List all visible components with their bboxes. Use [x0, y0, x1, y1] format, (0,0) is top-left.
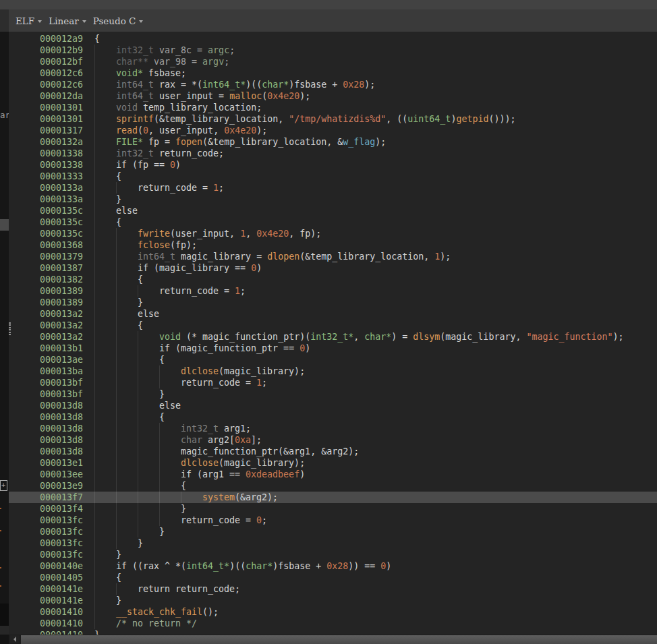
horizontal-scrollbar[interactable]: [0, 635, 657, 644]
line-code: if ((rax ^ *(int64_t*)((char*)fsbase + 0…: [116, 560, 391, 572]
scroll-left-button[interactable]: [10, 635, 20, 643]
indent-guide: [94, 228, 95, 239]
code-token: ;: [262, 378, 267, 388]
line-address: 000012c6: [40, 79, 83, 90]
indent-guide: [159, 515, 160, 526]
code-line[interactable]: 00001301void temp_library_location;: [9, 102, 657, 113]
line-code: int32_t return_code;: [116, 148, 224, 159]
line-code: {: [159, 354, 165, 365]
code-line[interactable]: 00001410}: [9, 629, 657, 635]
code-line[interactable]: 000012a9{: [9, 33, 657, 45]
code-token: }: [159, 527, 165, 537]
code-line[interactable]: 00001387if (magic_library == 0): [9, 262, 657, 274]
code-line[interactable]: 00001382{: [9, 274, 657, 285]
code-token: 0: [299, 343, 305, 353]
new-file-icon[interactable]: [0, 480, 7, 491]
code-line[interactable]: 000012c6int64_t rax = *(int64_t*)((char*…: [9, 79, 657, 90]
code-line[interactable]: 000013fc}: [9, 526, 657, 537]
code-line[interactable]: 00001338int32_t return_code;: [9, 148, 657, 159]
code-line[interactable]: 000013d8int32_t arg1;: [9, 423, 657, 434]
code-token: int32_t: [116, 148, 154, 158]
code-line[interactable]: 000013eeif (arg1 == 0xdeadbeef): [9, 469, 657, 480]
indent-guide: [138, 434, 138, 446]
code-line[interactable]: 0000135cfwrite(user_input, 1, 0x4e20, fp…: [9, 228, 657, 239]
code-line[interactable]: 000013fcreturn_code = 0;: [9, 515, 657, 526]
code-line[interactable]: 000013e1dlclose(magic_library);: [9, 457, 657, 469]
code-token: dlclose: [181, 366, 219, 376]
code-line[interactable]: 0000141e}: [9, 595, 657, 606]
code-token: int64_t: [138, 252, 175, 262]
code-line[interactable]: 000012daint64_t user_input = malloc(0x4e…: [9, 90, 657, 102]
indent-guide: [94, 90, 95, 102]
code-token: }: [159, 389, 165, 399]
code-token: ) =: [391, 332, 413, 342]
line-code: fclose(fp);: [138, 239, 197, 251]
code-line[interactable]: 000012b9int32_t var_8c = argc;: [9, 45, 657, 56]
code-line[interactable]: 0000132aFILE* fp = fopen(&temp_library_l…: [9, 136, 657, 148]
code-line[interactable]: 00001333{: [9, 171, 657, 182]
code-line[interactable]: 00001368fclose(fp);: [9, 239, 657, 251]
code-line[interactable]: 000013badlclose(magic_library);: [9, 365, 657, 377]
code-token: ()));: [488, 114, 515, 124]
code-line[interactable]: 000013b1if (magic_function_ptr == 0): [9, 343, 657, 354]
code-line[interactable]: 00001301sprintf(&temp_library_location, …: [9, 113, 657, 125]
code-line[interactable]: 000013fc}: [9, 549, 657, 560]
line-address: 00001389: [40, 297, 83, 308]
line-address: 0000135c: [40, 205, 83, 216]
code-line[interactable]: 000012c6void* fsbase;: [9, 67, 657, 79]
code-token: (&temp_library_location,: [299, 252, 434, 262]
code-line[interactable]: 000013f4}: [9, 503, 657, 515]
indent-guide: [116, 583, 117, 595]
line-address: 0000135c: [40, 216, 83, 228]
left-pane-block: [0, 219, 9, 231]
line-address: 000013f7: [40, 492, 83, 503]
code-line[interactable]: 00001410__stack_chk_fail();: [9, 606, 657, 618]
code-line[interactable]: 00001405{: [9, 572, 657, 583]
code-line[interactable]: 000013d8{: [9, 411, 657, 423]
code-line[interactable]: 0000140eif ((rax ^ *(int64_t*)((char*)fs…: [9, 560, 657, 572]
code-line[interactable]: 0000135celse: [9, 205, 657, 216]
view-mode-dropdown[interactable]: Linear: [49, 16, 86, 26]
splitter-handle[interactable]: [9, 322, 11, 336]
code-line[interactable]: 000013bfreturn_code = 1;: [9, 377, 657, 388]
code-line[interactable]: 000013a2else: [9, 308, 657, 320]
code-line[interactable]: 000013d8char arg2[0xa];: [9, 434, 657, 446]
code-line[interactable]: 00001379int64_t magic_library = dlopen(&…: [9, 251, 657, 262]
code-line[interactable]: 00001389}: [9, 297, 657, 308]
code-token: ): [299, 469, 305, 479]
code-line[interactable]: 00001317read(0, user_input, 0x4e20);: [9, 125, 657, 136]
code-line[interactable]: 000013fc}: [9, 537, 657, 549]
code-line[interactable]: 000013ae{: [9, 354, 657, 365]
code-line[interactable]: 000013a2{: [9, 320, 657, 331]
code-line[interactable]: 000013d8magic_function_ptr(&arg1, &arg2)…: [9, 446, 657, 457]
code-line[interactable]: 00001410/* no return */: [9, 618, 657, 629]
scrollbar-thumb[interactable]: [21, 635, 657, 644]
chevron-down-icon: [82, 20, 86, 23]
indent-guide: [94, 297, 95, 308]
code-token: return_code;: [154, 148, 224, 158]
code-line[interactable]: 000013bf}: [9, 388, 657, 400]
code-token: else: [159, 401, 181, 411]
indent-guide: [159, 469, 160, 480]
code-line[interactable]: 0000133a}: [9, 194, 657, 205]
language-dropdown[interactable]: Pseudo C: [93, 16, 144, 26]
code-line[interactable]: 000013d8else: [9, 400, 657, 411]
line-code: /* no return */: [116, 618, 197, 629]
indent-guide: [116, 262, 117, 274]
indent-guide: [159, 423, 160, 434]
binary-format-dropdown[interactable]: ELF: [16, 16, 42, 26]
code-line[interactable]: 000012bfchar** var_98 = argv;: [9, 56, 657, 67]
code-line[interactable]: 000013f7system(&arg2);: [9, 492, 657, 503]
code-line[interactable]: 0000141ereturn return_code;: [9, 583, 657, 595]
line-address: 00001382: [40, 274, 83, 285]
code-line[interactable]: 000013a2void (* magic_function_ptr)(int3…: [9, 331, 657, 343]
code-line[interactable]: 0000135c{: [9, 216, 657, 228]
indent-guide: [94, 572, 95, 583]
code-token: void: [116, 103, 138, 113]
code-line[interactable]: 0000133areturn_code = 1;: [9, 182, 657, 194]
code-line[interactable]: 00001338if (fp == 0): [9, 159, 657, 171]
code-token: }: [116, 595, 121, 606]
code-line[interactable]: 00001389return_code = 1;: [9, 285, 657, 297]
code-line[interactable]: 000013e9{: [9, 480, 657, 492]
indent-guide: [116, 526, 117, 537]
